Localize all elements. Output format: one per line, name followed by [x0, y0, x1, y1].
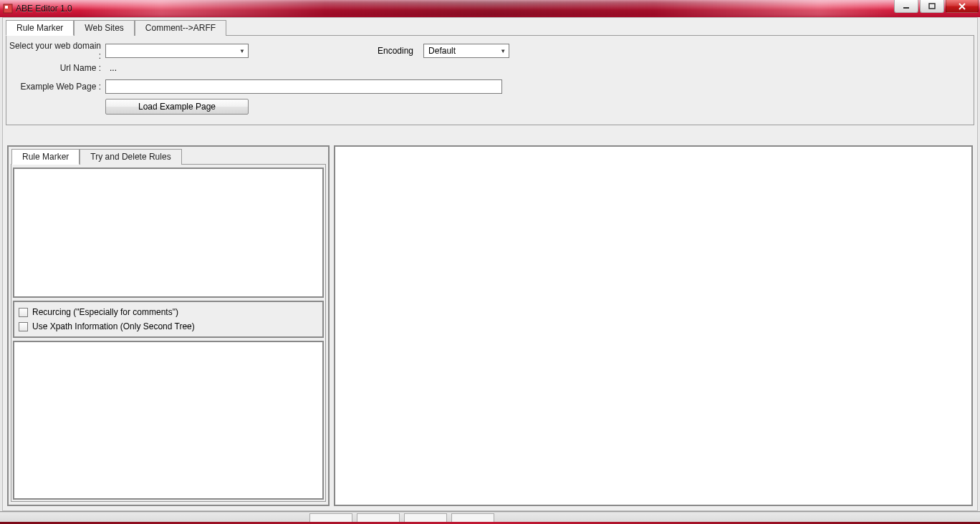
encoding-label: Encoding	[378, 46, 419, 56]
chevron-down-icon: ▼	[500, 48, 506, 54]
top-tabstrip: Rule Marker Web Sites Comment-->ARFF	[3, 18, 977, 35]
right-preview-pane[interactable]	[334, 145, 973, 506]
tab-rule-marker[interactable]: Rule Marker	[6, 20, 74, 36]
app-icon	[3, 4, 13, 14]
svg-rect-1	[5, 6, 8, 9]
chevron-down-icon: ▼	[239, 48, 245, 54]
main-area: Rule Marker Web Sites Comment-->ARFF Sel…	[2, 17, 978, 511]
xpath-label: Use Xpath Information (Only Second Tree)	[32, 321, 195, 331]
inner-tab-try-delete[interactable]: Try and Delete Rules	[80, 149, 181, 165]
svg-rect-3	[929, 4, 935, 9]
url-value: ...	[105, 63, 117, 73]
titlebar-blur	[79, 0, 901, 17]
example-web-page-input[interactable]	[105, 79, 502, 94]
url-label: Url Name :	[6, 63, 105, 73]
load-example-page-button[interactable]: Load Example Page	[105, 99, 249, 115]
recurcing-label: Recurcing ("Especially for comments")	[32, 307, 178, 317]
inner-tab-rule-marker[interactable]: Rule Marker	[11, 149, 80, 165]
window-title: ABE Editor 1.0	[16, 4, 72, 14]
example-label: Example Web Page :	[6, 82, 105, 92]
svg-rect-2	[903, 7, 909, 9]
titlebar[interactable]: ABE Editor 1.0	[0, 0, 980, 17]
options-panel: Recurcing ("Especially for comments") Us…	[13, 301, 324, 338]
encoding-combo[interactable]: Default ▼	[423, 44, 509, 58]
tab-web-sites[interactable]: Web Sites	[74, 20, 134, 36]
tab-comment-arff[interactable]: Comment-->ARFF	[135, 20, 226, 36]
left-pane: Rule Marker Try and Delete Rules Recurci…	[7, 145, 330, 506]
encoding-combo-value: Default	[428, 46, 456, 56]
lower-output-box[interactable]	[13, 341, 324, 500]
rule-list-box[interactable]	[13, 168, 324, 298]
domain-label: Select your web domain :	[6, 41, 105, 61]
taskbar	[0, 511, 980, 524]
minimize-button[interactable]	[894, 0, 918, 13]
close-button[interactable]	[946, 0, 979, 13]
domain-combo[interactable]: ▼	[105, 44, 249, 58]
recurcing-checkbox[interactable]	[19, 308, 28, 317]
xpath-checkbox[interactable]	[19, 322, 28, 331]
maximize-button[interactable]	[920, 0, 944, 13]
top-form-panel: Select your web domain : ▼ Encoding Defa…	[6, 35, 974, 125]
